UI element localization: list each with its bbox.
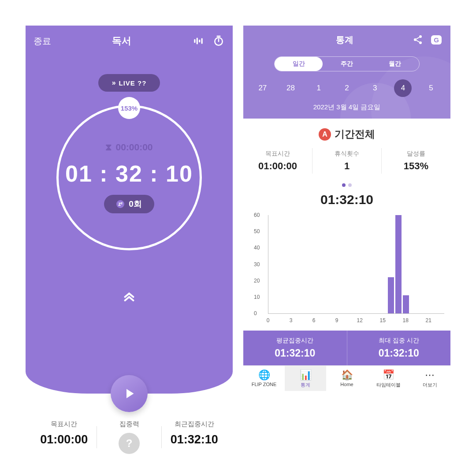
stats-screen: 통계 G 일간주간월간 272812345 2022년 3월 4일 금요일 A … <box>243 26 450 458</box>
elapsed-time: 01 : 32 : 10 <box>65 160 193 187</box>
day-2[interactable]: 2 <box>338 79 356 97</box>
day-3[interactable]: 3 <box>366 79 384 97</box>
segment-일간[interactable]: 일간 <box>275 57 323 71</box>
play-button[interactable] <box>111 375 148 412</box>
live-pill[interactable]: LIVE ?? <box>98 74 160 92</box>
hourglass-icon: ⧗ <box>105 142 112 152</box>
tab-통계[interactable]: 📊통계 <box>285 366 326 391</box>
progress-ring: 153% ⧗ 00:00:00 01 : 32 : 10 zᶻ 0회 <box>56 105 202 250</box>
date-string: 2022년 3월 4일 금요일 <box>243 103 450 112</box>
summary-row: 목표시간01:00:00 휴식횟수1 달성률153% <box>243 148 450 174</box>
svg-rect-2 <box>199 40 200 43</box>
period-segment[interactable]: 일간주간월간 <box>274 56 420 71</box>
stopwatch-icon[interactable] <box>212 35 225 47</box>
percent-badge: 153% <box>118 97 140 119</box>
a-badge-icon: A <box>319 128 331 141</box>
day-4[interactable]: 4 <box>394 79 412 97</box>
segment-월간[interactable]: 월간 <box>371 57 419 71</box>
tab-icon: 🌐 <box>243 369 285 381</box>
end-button[interactable]: 종료 <box>33 35 51 47</box>
svg-point-7 <box>419 41 422 44</box>
day-picker[interactable]: 272812345 <box>249 79 445 97</box>
stats-header: 통계 G 일간주간월간 272812345 2022년 3월 4일 금요일 <box>243 26 450 119</box>
tab-FLIP ZONE[interactable]: 🌐FLIP ZONE <box>243 366 285 391</box>
day-28[interactable]: 28 <box>282 79 300 97</box>
svg-rect-0 <box>194 39 195 43</box>
day-27[interactable]: 27 <box>254 79 271 97</box>
camera-g-icon[interactable]: G <box>430 33 443 46</box>
tab-Home[interactable]: 🏠Home <box>326 366 368 391</box>
share-icon[interactable] <box>412 33 424 46</box>
rest-pill[interactable]: zᶻ 0회 <box>104 195 154 213</box>
question-icon[interactable]: ? <box>119 433 140 454</box>
page-title: 통계 <box>251 34 412 46</box>
focus-stat: 집중력 ? <box>97 420 162 454</box>
page-dots[interactable] <box>243 181 450 189</box>
topbar: 종료 독서 <box>26 26 233 56</box>
total-time: 01:32:10 <box>243 192 450 207</box>
timer-screen: 종료 독서 LIVE ?? 153% ⧗ 00:00:00 01 : 32 : … <box>26 26 233 458</box>
hourly-chart: 0102030405060036912151821 <box>243 212 450 326</box>
day-1[interactable]: 1 <box>310 79 327 97</box>
tab-icon: 📊 <box>285 369 326 381</box>
section-title: A 기간전체 <box>243 127 450 141</box>
timer-hero: 종료 독서 LIVE ?? 153% ⧗ 00:00:00 01 : 32 : … <box>26 26 233 394</box>
tab-icon: 🏠 <box>326 369 368 381</box>
tab-타임테이블[interactable]: 📅타임테이블 <box>368 366 409 391</box>
sleep-icon: zᶻ <box>116 200 124 208</box>
bar-17 <box>395 215 402 313</box>
svg-point-6 <box>414 38 416 41</box>
expand-up-icon[interactable] <box>26 290 233 309</box>
bottom-stats: 목표시간 01:00:00 집중력 ? 최근집중시간 01:32:10 <box>26 420 233 458</box>
segment-주간[interactable]: 주간 <box>323 57 371 71</box>
day-5[interactable]: 5 <box>422 79 440 97</box>
tab-icon: ⋯ <box>409 369 450 381</box>
tab-bar[interactable]: 🌐FLIP ZONE📊통계🏠Home📅타임테이블⋯더보기 <box>243 365 450 391</box>
svg-rect-3 <box>201 38 203 44</box>
activity-title: 독서 <box>51 34 192 48</box>
tab-더보기[interactable]: ⋯더보기 <box>409 366 450 391</box>
recent-stat: 최근집중시간 01:32:10 <box>162 420 227 454</box>
bar-16 <box>388 277 394 313</box>
equalizer-icon[interactable] <box>192 35 205 47</box>
goal-stat: 목표시간 01:00:00 <box>32 420 97 454</box>
countdown-row: ⧗ 00:00:00 <box>105 142 152 152</box>
tab-icon: 📅 <box>368 369 409 381</box>
svg-point-5 <box>419 35 422 38</box>
svg-rect-1 <box>197 37 198 44</box>
focus-summary: 평균집중시간01:32:10 최대 집중 시간01:32:10 <box>243 331 450 365</box>
bar-18 <box>403 295 409 313</box>
